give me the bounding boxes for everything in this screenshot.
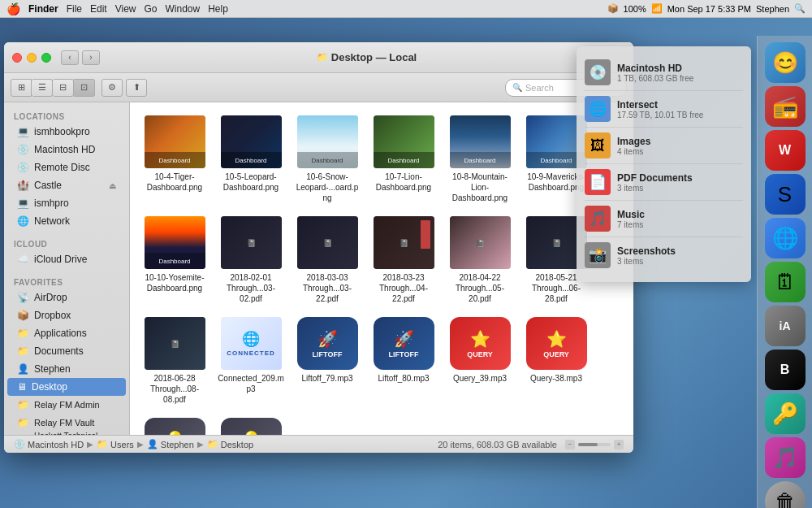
- sidebar-item-relay-vault[interactable]: 📁 Relay FM Vault: [7, 414, 126, 432]
- pdf-preview: 📓: [374, 216, 434, 269]
- png-preview: Dashboard: [297, 115, 358, 168]
- file-item[interactable]: 🚀 LIFTOFF Liftoff_80.mp3: [367, 312, 440, 410]
- file-item[interactable]: 📓 2018-03-23 Through...04-22.pdf: [367, 211, 440, 309]
- zoom-out-btn[interactable]: −: [565, 440, 575, 449]
- panel-title: Intersect: [617, 99, 743, 111]
- bc-users[interactable]: 📁 Users: [97, 439, 134, 449]
- file-thumbnail: 💡 UNGENIUSED: [221, 418, 282, 435]
- file-item[interactable]: Dashboard 10-6-Snow-Leopard-...oard.png: [291, 111, 364, 208]
- sidebar-item-dropbox[interactable]: 📦 Dropbox: [7, 306, 126, 324]
- bc-desktop[interactable]: 📁 Desktop: [207, 439, 253, 449]
- datetime: Mon Sep 17 5:33 PM: [667, 4, 751, 14]
- dock-app[interactable]: W: [765, 130, 806, 171]
- sidebar-label: ismhbookpro: [34, 126, 90, 137]
- sidebar-item-applications[interactable]: 📁 Applications: [7, 324, 126, 342]
- sidebar-label: Network: [34, 215, 70, 227]
- file-item[interactable]: 💡 UNGENIUSED Ungenuised_62.mp3: [214, 413, 287, 435]
- forward-button[interactable]: ›: [82, 50, 100, 65]
- menubar: 🍎 Finder File Edit View Go Window Help 📦…: [0, 0, 812, 18]
- file-item[interactable]: 📓 2018-02-01 Through...03-02.pdf: [214, 211, 287, 309]
- panel-item-pdf-docs[interactable]: 📄 PDF Documents 3 items: [585, 164, 743, 201]
- zoom-slider[interactable]: − +: [565, 440, 624, 449]
- sidebar-item-relay-admin[interactable]: 📁 Relay FM Admin: [7, 396, 126, 414]
- panel-text: Intersect 17.59 TB, 10.01 TB free: [617, 99, 743, 119]
- apple-menu[interactable]: 🍎: [6, 2, 20, 15]
- zoom-in-btn[interactable]: +: [614, 440, 624, 449]
- close-button[interactable]: [12, 53, 22, 63]
- menu-window[interactable]: Window: [166, 3, 201, 15]
- dock-music[interactable]: 🎵: [765, 437, 806, 478]
- view-list-btn[interactable]: ☰: [32, 79, 53, 97]
- file-item[interactable]: 📓 2018-03-03 Through...03-22.pdf: [291, 211, 364, 309]
- menu-help[interactable]: Help: [208, 3, 228, 15]
- file-item[interactable]: Dashboard 10-7-Lion-Dashboard.png: [367, 111, 440, 208]
- network-icon: 🌐: [17, 215, 29, 227]
- favorites-title: Favorites: [4, 275, 129, 289]
- action-btn[interactable]: ⚙: [102, 79, 123, 97]
- file-item[interactable]: 🚀 LIFTOFF Liftoff_79.mp3: [291, 312, 364, 410]
- mp3-preview: 🚀 LIFTOFF: [374, 317, 434, 370]
- menu-view[interactable]: View: [115, 3, 136, 15]
- sidebar-item-ismhpro[interactable]: 💻 ismhpro: [7, 194, 126, 212]
- view-icon-btn[interactable]: ⊞: [11, 79, 32, 97]
- app-name[interactable]: Finder: [28, 3, 58, 15]
- maximize-button[interactable]: [41, 53, 51, 63]
- dock-app[interactable]: 🗓: [765, 262, 806, 302]
- sidebar-item-documents[interactable]: 📁 Documents: [7, 342, 126, 360]
- minimize-button[interactable]: [27, 53, 37, 63]
- sidebar-item-airdrop[interactable]: 📡 AirDrop: [7, 289, 126, 306]
- png-preview: Dashboard: [450, 115, 511, 168]
- cloud-icon: ☁️: [17, 254, 29, 265]
- view-column-btn[interactable]: ⊟: [53, 79, 74, 97]
- back-button[interactable]: ‹: [61, 50, 79, 65]
- panel-text: Screenshots 3 items: [617, 245, 743, 266]
- sidebar-item-network[interactable]: 🌐 Network: [7, 212, 126, 230]
- sidebar-item-desktop[interactable]: 🖥 Desktop: [7, 378, 126, 396]
- menu-edit[interactable]: Edit: [90, 3, 107, 15]
- file-item[interactable]: Dashboard 10-10-Yosemite-Dashboard.png: [138, 211, 211, 309]
- locations-title: Locations: [4, 109, 129, 123]
- dock-finder[interactable]: 😊: [765, 42, 806, 83]
- dock-app[interactable]: 📻: [765, 86, 806, 127]
- menu-go[interactable]: Go: [145, 3, 158, 15]
- file-thumbnail: 📓: [297, 216, 358, 269]
- window-title: 📁 Desktop — Local: [108, 51, 625, 63]
- panel-item-images[interactable]: 🖼 Images 4 items: [585, 128, 743, 164]
- panel-item-intersect[interactable]: 🌐 Intersect 17.59 TB, 10.01 TB free: [585, 91, 743, 128]
- search-icon[interactable]: 🔍: [794, 3, 806, 14]
- sidebar-item-stephen[interactable]: 👤 Stephen: [7, 360, 126, 378]
- eject-icon[interactable]: ⏏: [109, 181, 116, 190]
- dock-chrome[interactable]: 🌐: [765, 218, 806, 258]
- file-item[interactable]: 🌐 CONNECTED Connected_209.mp3: [214, 312, 287, 410]
- sidebar-item-macintosh-hd[interactable]: 💿 Macintosh HD: [7, 141, 126, 158]
- file-item[interactable]: 📓 2018-04-22 Through...05-20.pdf: [443, 211, 516, 309]
- file-thumbnail: 🚀 LIFTOFF: [374, 317, 434, 370]
- file-item[interactable]: Dashboard 10-8-Mountain-Lion-Dashboard.p…: [443, 111, 516, 208]
- sidebar-item-ismhbookpro[interactable]: 💻 ismhbookpro: [7, 123, 126, 141]
- file-thumbnail: 📓: [221, 216, 282, 269]
- dock-app[interactable]: S: [765, 174, 806, 215]
- sidebar-item-castle[interactable]: 🏰 Castle ⏏: [7, 176, 126, 194]
- sidebar-item-icloud[interactable]: ☁️ iCloud Drive: [7, 250, 126, 268]
- share-btn[interactable]: ⬆: [126, 79, 147, 97]
- file-item[interactable]: ⭐ QUERY Query_39.mp3: [443, 312, 516, 410]
- file-item[interactable]: 💡 UNGENIUSED Ungenuised_61.mp3: [138, 413, 211, 435]
- file-item[interactable]: Dashboard 10-5-Leopard-Dashboard.png: [214, 111, 287, 208]
- dock-bbedit[interactable]: B: [765, 350, 806, 390]
- panel-item-music[interactable]: 🎵 Music 7 items: [585, 201, 743, 237]
- file-item[interactable]: Dashboard 10-4-Tiger-Dashboard.png: [138, 111, 211, 208]
- dock-1password[interactable]: 🔑: [765, 393, 806, 434]
- dock-trash[interactable]: 🗑: [765, 481, 806, 508]
- panel-item-macintosh-hd[interactable]: 💿 Macintosh HD 1 TB, 608.03 GB free: [585, 54, 743, 91]
- file-item[interactable]: ⭐ QUERY Query-38.mp3: [520, 312, 593, 410]
- dock-ia-writer[interactable]: iA: [765, 306, 806, 346]
- view-grid-btn[interactable]: ⊡: [74, 79, 95, 97]
- sidebar-item-remote-disc[interactable]: 💿 Remote Disc: [7, 158, 126, 176]
- file-item[interactable]: 📓 2018-06-28 Through...08-08.pdf: [138, 312, 211, 410]
- slider-track[interactable]: [578, 443, 611, 446]
- panel-sub: 3 items: [617, 257, 743, 266]
- panel-item-screenshots[interactable]: 📸 Screenshots 3 items: [585, 237, 743, 273]
- menu-file[interactable]: File: [67, 3, 82, 15]
- bc-hd[interactable]: 💿 Macintosh HD: [14, 439, 84, 449]
- bc-stephen[interactable]: 👤 Stephen: [147, 439, 194, 449]
